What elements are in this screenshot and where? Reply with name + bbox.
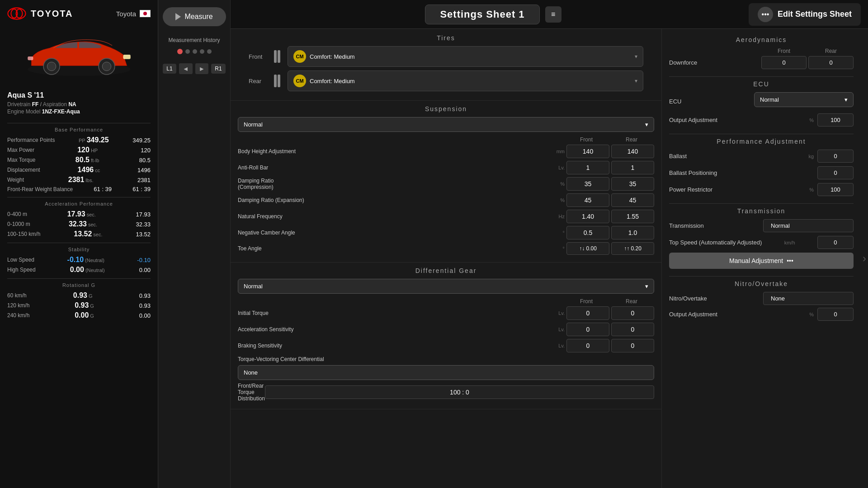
lap-next-button[interactable]: ►	[195, 63, 209, 74]
power-restrictor-unit: %	[809, 187, 814, 192]
rear-tire-select[interactable]: CM Comfort: Medium ▾	[288, 70, 643, 91]
diff-initial-torque-rear[interactable]: 0	[611, 306, 654, 320]
manual-adj-dots: •••	[787, 257, 793, 264]
brand-name-text: TOYOTA	[31, 9, 73, 19]
performance-adjustment-title: Performance Adjustment	[669, 138, 854, 145]
susp-camber-front[interactable]: 0.5	[566, 226, 609, 239]
downforce-front-value[interactable]: 0	[761, 56, 807, 69]
susp-front-header: Front	[564, 136, 609, 143]
ballast-value[interactable]: 0	[817, 150, 854, 163]
front-tire-row: Front CM Comfort: Medium ▾	[249, 46, 643, 67]
ecu-output-value[interactable]: 100	[817, 113, 854, 127]
diff-accel-sensitivity-rear[interactable]: 0	[611, 323, 654, 336]
suspension-dropdown[interactable]: Normal ▾	[238, 117, 654, 132]
susp-damping-comp-rear[interactable]: 35	[611, 177, 654, 191]
svg-point-0	[8, 8, 25, 19]
stat-60kmh: 60 km/h 0.93 G 0.93	[7, 291, 151, 300]
susp-damping-exp-front[interactable]: 45	[566, 193, 609, 207]
svg-point-5	[47, 62, 56, 71]
dot-2	[185, 49, 190, 54]
stat-max-power: Max Power 120 HP 120	[7, 145, 151, 155]
transmission-title: Transmission	[669, 207, 854, 215]
torque-vectoring-row: Torque-Vectoring Center Differential Non…	[238, 356, 654, 380]
susp-body-height-front[interactable]: 140	[566, 145, 609, 158]
downforce-rear-value[interactable]: 0	[808, 56, 854, 69]
susp-anti-roll-rear[interactable]: 1	[611, 161, 654, 174]
tires-title: Tires	[249, 34, 643, 42]
differential-table: Front Rear Initial Torque Lv. 0 0 Accele…	[238, 298, 654, 352]
ballast-positioning-label: Ballast Positioning	[669, 169, 810, 176]
edit-settings-button[interactable]: ••• Edit Settings Sheet	[749, 3, 861, 26]
nitro-output-value[interactable]: 0	[817, 308, 854, 321]
settings-content: Tires Front CM Comfort: Medium ▾	[231, 29, 868, 488]
ecu-section: ECU ECU Normal ▾ Output Adjustment % 100	[669, 80, 854, 127]
diff-accel-sensitivity-front[interactable]: 0	[566, 323, 609, 336]
susp-toe-front[interactable]: ↑↓ 0.00	[566, 242, 609, 255]
diff-accel-sensitivity-row: Acceleration Sensitivity Lv. 0 0	[238, 323, 654, 336]
susp-damping-exp-row: Damping Ratio (Expansion) % 45 45	[238, 193, 654, 207]
diff-initial-torque-unit: Lv.	[551, 310, 565, 316]
susp-damping-comp-front[interactable]: 35	[566, 177, 609, 191]
diff-braking-sensitivity-front[interactable]: 0	[566, 339, 609, 352]
right-settings: Aerodynamics Front Rear Downforce 0 0 EC…	[662, 29, 861, 488]
susp-camber-rear[interactable]: 1.0	[611, 226, 654, 239]
transmission-type-value[interactable]: Normal	[763, 219, 854, 232]
diff-braking-sensitivity-unit: Lv.	[551, 343, 565, 348]
diff-braking-sensitivity-label: Braking Sensitivity	[238, 343, 551, 349]
dot-5	[207, 49, 212, 54]
expand-panel-button[interactable]: ›	[861, 29, 868, 488]
ballast-positioning-value[interactable]: 0	[817, 166, 854, 179]
divider-3	[669, 203, 854, 204]
country-name: Toyota	[116, 10, 136, 18]
downforce-label: Downforce	[669, 59, 760, 66]
ecu-dropdown[interactable]: Normal ▾	[754, 92, 854, 107]
torque-dist-value[interactable]: 100 : 0	[265, 385, 654, 399]
susp-toe-rear[interactable]: ↑↑ 0.20	[611, 242, 654, 255]
aerodynamics-section: Aerodynamics Front Rear Downforce 0 0	[669, 36, 854, 69]
manual-adjustment-button[interactable]: Manual Adjustment •••	[669, 253, 854, 269]
ballast-label: Ballast	[669, 153, 805, 160]
performance-adjustment-section: Performance Adjustment Ballast kg 0 Ball…	[669, 138, 854, 196]
top-speed-value[interactable]: 0	[817, 236, 854, 249]
transmission-section: Transmission Transmission Normal Top Spe…	[669, 207, 854, 269]
suspension-title: Suspension	[238, 105, 654, 113]
nitro-value[interactable]: None	[763, 292, 854, 305]
susp-damping-exp-rear[interactable]: 45	[611, 193, 654, 207]
lap-r-label: R1	[211, 64, 225, 74]
torque-vectoring-dropdown[interactable]: None	[238, 365, 654, 380]
stat-high-speed: High Speed 0.00 (Neutral) 0.00	[7, 265, 151, 275]
left-panel: TOYOTA Toyota Aqua S '11	[0, 0, 158, 488]
susp-anti-roll-front[interactable]: 1	[566, 161, 609, 174]
differential-section: Differential Gear Normal ▾ Front Rear In…	[231, 263, 661, 409]
power-restrictor-label: Power Restrictor	[669, 186, 806, 193]
measure-button[interactable]: Measure	[163, 7, 226, 26]
front-tire-select[interactable]: CM Comfort: Medium ▾	[288, 46, 643, 67]
differential-dropdown[interactable]: Normal ▾	[238, 279, 654, 294]
rear-tire-badge: CM	[293, 75, 306, 87]
car-engine-row: Engine Model 1NZ-FXE-Aqua	[7, 108, 151, 115]
diff-braking-sensitivity-rear[interactable]: 0	[611, 339, 654, 352]
settings-menu-button[interactable]: ≡	[545, 6, 561, 23]
power-restrictor-value[interactable]: 100	[817, 183, 854, 196]
susp-natural-freq-front[interactable]: 1.40	[566, 210, 609, 223]
lap-prev-button[interactable]: ◄	[179, 63, 193, 74]
susp-natural-freq-unit: Hz	[551, 214, 565, 219]
susp-natural-freq-rear[interactable]: 1.55	[611, 210, 654, 223]
stat-weight-balance: Front-Rear Weight Balance 61 : 39 61 : 3…	[7, 185, 151, 193]
rear-tire-value: Comfort: Medium	[310, 78, 355, 84]
ecu-label-row: ECU Normal ▾	[669, 92, 854, 111]
susp-body-height-rear[interactable]: 140	[611, 145, 654, 158]
ecu-output-label: Output Adjustment	[669, 117, 806, 123]
stat-0-400: 0-400 m 17.93 sec. 17.93	[7, 209, 151, 219]
lap-controls: L1 ◄ ► R1	[163, 63, 225, 74]
diff-initial-torque-front[interactable]: 0	[566, 306, 609, 320]
stability-title: Stability	[7, 243, 151, 252]
stat-240kmh: 240 km/h 0.00 G 0.00	[7, 310, 151, 320]
base-performance-title: Base Performance	[7, 123, 151, 132]
stat-0-1000: 0-1000 m 32.33 sec. 32.33	[7, 219, 151, 229]
brand-header: TOYOTA Toyota	[7, 7, 151, 20]
car-model: Aqua S '11	[7, 91, 151, 99]
ecu-value: Normal	[760, 96, 779, 103]
ecu-label: ECU	[669, 98, 681, 105]
ecu-output-row: Output Adjustment % 100	[669, 113, 854, 127]
